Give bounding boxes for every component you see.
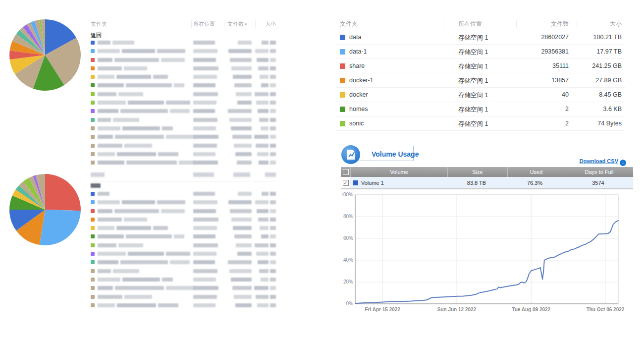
folder-row[interactable] [91, 198, 277, 207]
column-header-size[interactable]: 大小 [610, 20, 622, 28]
folder-row[interactable] [91, 284, 277, 292]
redacted-text-blob [153, 75, 168, 79]
folder-row[interactable] [91, 241, 277, 250]
back-link-redacted[interactable] [91, 183, 101, 189]
redacted-text-blob [270, 209, 276, 213]
column-header-filecount[interactable]: 文件数 [534, 20, 569, 28]
folder-color-swatch [91, 278, 95, 282]
header-checkbox-cell [341, 167, 350, 177]
folder-color-swatch [91, 218, 95, 222]
shared-folder-row-data[interactable]: data存储空间 128602027100.21 TB [336, 30, 625, 45]
redacted-size [245, 126, 276, 130]
redacted-location [193, 243, 218, 247]
usage-series-line [355, 221, 618, 303]
volume-usage-title: Volume Usage [372, 150, 419, 158]
y-axis-tick-label: 60% [343, 235, 353, 241]
redacted-size [245, 209, 276, 213]
shared-folder-row-docker-1[interactable]: docker-1存储空间 11385727.89 GB [336, 73, 625, 88]
redacted-location [193, 83, 215, 87]
shared-folder-row-sonic[interactable]: sonic存储空间 1274 Bytes [336, 116, 625, 131]
shared-folder-row-data-1[interactable]: data-1存储空间 12935638117.97 TB [336, 45, 625, 59]
shared-folder-row-share[interactable]: share存储空间 135111241.25 GB [336, 59, 625, 73]
shared-folder-row-homes[interactable]: homes存储空间 123.6 KB [336, 102, 625, 116]
redacted-text-blob [193, 252, 216, 256]
column-header-location[interactable]: 所在位置 [458, 20, 482, 28]
folder-row[interactable] [91, 73, 277, 81]
folder-row[interactable] [91, 142, 277, 150]
redacted-folder-name [98, 92, 143, 96]
folder-color-swatch [91, 192, 95, 196]
redacted-text-blob [98, 243, 116, 247]
folder-row[interactable] [91, 267, 277, 276]
redacted-location [193, 109, 215, 113]
folder-color-swatch [91, 58, 95, 62]
redacted-text-blob [193, 226, 217, 230]
redacted-text-blob [193, 269, 217, 273]
volume-usage-section: Volume Usage Download CSV↓ VolumeSizeUse… [341, 145, 635, 192]
folder-row[interactable] [91, 250, 277, 258]
folder-row[interactable] [91, 258, 277, 267]
folder-row[interactable] [91, 64, 277, 73]
folder-color-swatch [91, 161, 95, 165]
download-icon: ↓ [620, 160, 626, 166]
volume-name-cell: Volume 1 [350, 177, 447, 188]
folder-row[interactable] [91, 99, 277, 107]
folder-row[interactable] [91, 133, 277, 141]
column-header-folder[interactable]: 文件夹 [340, 20, 358, 28]
redacted-text-blob [98, 83, 124, 87]
redacted-text-blob [98, 144, 122, 148]
folder-row[interactable] [91, 216, 277, 224]
redacted-text-blob [270, 118, 276, 122]
redacted-back-label [91, 183, 101, 188]
redacted-text-blob [98, 161, 124, 165]
redacted-location [193, 226, 217, 230]
folder-row[interactable] [91, 81, 277, 90]
folder-row[interactable] [91, 124, 277, 133]
folder-name: sonic [349, 120, 364, 127]
redacted-size [245, 260, 276, 264]
column-header-filecount[interactable]: 文件数▾ [227, 20, 247, 28]
shared-folder-row-docker[interactable]: docker存储空间 1408.45 GB [336, 88, 625, 102]
folder-row[interactable] [91, 224, 277, 232]
redacted-folder-name [98, 295, 152, 299]
back-link[interactable]: 返回 [91, 32, 102, 39]
folder-row[interactable] [91, 150, 277, 159]
folder-color-swatch [91, 75, 95, 79]
folder-row[interactable] [91, 56, 277, 64]
volume-column-header-volume: Volume [350, 167, 447, 177]
download-csv-link[interactable]: Download CSV↓ [580, 158, 626, 166]
redacted-text-blob [270, 92, 276, 96]
redacted-text-blob [257, 152, 268, 156]
folder-location: 存储空间 1 [458, 106, 488, 114]
column-header-folder[interactable]: 文件夹 [91, 20, 107, 28]
folder-row[interactable] [91, 116, 277, 124]
folder-row[interactable] [91, 207, 277, 216]
folder-color-swatch [91, 144, 95, 148]
volume-name: Volume 1 [361, 180, 384, 186]
folder-color-swatch [91, 83, 95, 87]
redacted-text-blob [193, 260, 215, 264]
redacted-text-blob [98, 252, 126, 256]
folder-row[interactable] [91, 190, 277, 198]
column-header-location[interactable]: 所在位置 [193, 20, 215, 28]
folder-size: 241.25 GB [567, 62, 622, 69]
redacted-folder-name [98, 269, 139, 273]
folder-row[interactable] [91, 107, 277, 115]
redacted-size [245, 152, 276, 156]
folder-row[interactable] [91, 39, 277, 47]
redacted-folder-name [98, 192, 109, 196]
column-header-size[interactable]: 大小 [265, 20, 276, 28]
folder-rows [91, 39, 277, 167]
folder-row[interactable] [91, 276, 277, 284]
x-axis-tick-label: Fri Apr 15 2022 [365, 307, 401, 312]
folder-row[interactable] [91, 232, 277, 241]
folder-row[interactable] [91, 90, 277, 99]
folder-row[interactable] [91, 47, 277, 56]
volume-table-row[interactable]: ✓Volume 183.8 TB76.3%3574 [341, 177, 633, 188]
folder-row[interactable] [91, 159, 277, 167]
redacted-text-blob [98, 260, 118, 264]
folder-row[interactable] [91, 301, 277, 310]
volume-row-checkbox[interactable]: ✓ [343, 180, 349, 186]
select-all-checkbox[interactable] [343, 169, 349, 175]
folder-row[interactable] [91, 293, 277, 301]
